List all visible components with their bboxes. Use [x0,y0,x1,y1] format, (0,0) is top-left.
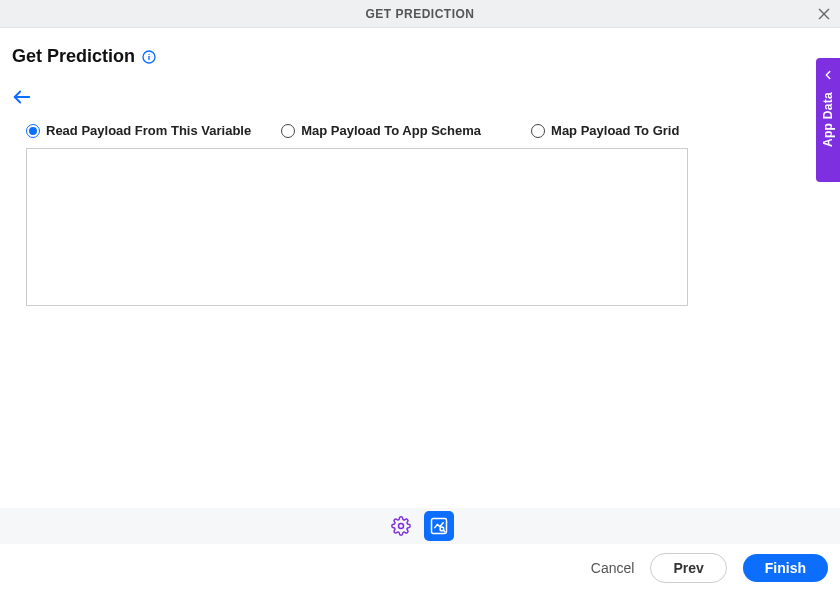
settings-button[interactable] [387,512,415,540]
radio-icon [281,124,295,138]
radio-map-payload-schema[interactable]: Map Payload To App Schema [281,123,481,138]
payload-textarea[interactable] [26,148,688,306]
back-button[interactable] [10,85,34,109]
header-title: GET PREDICTION [365,7,474,21]
gear-icon [391,516,411,536]
modal-root: GET PREDICTION Get Prediction Read Paylo… [0,0,840,592]
info-icon[interactable] [141,49,157,65]
chart-search-icon [429,516,449,536]
cancel-button[interactable]: Cancel [591,560,635,576]
svg-point-4 [148,53,149,54]
prediction-button[interactable] [425,512,453,540]
arrow-left-icon [11,86,33,108]
finish-button[interactable]: Finish [743,554,828,582]
header-bar: GET PREDICTION [0,0,840,28]
radio-read-payload-variable[interactable]: Read Payload From This Variable [26,123,251,138]
chevron-left-icon [821,68,835,86]
radio-map-payload-grid[interactable]: Map Payload To Grid [531,123,679,138]
title-row: Get Prediction [12,46,828,67]
page-title: Get Prediction [12,46,135,67]
close-icon [816,6,832,22]
radio-label: Map Payload To App Schema [301,123,481,138]
radio-icon [26,124,40,138]
radio-label: Read Payload From This Variable [46,123,251,138]
bottom-toolbar [0,508,840,544]
close-button[interactable] [814,4,834,24]
side-tab-label: App Data [821,92,835,147]
content-area: Get Prediction Read Payload From This Va… [0,28,840,508]
svg-point-6 [399,524,404,529]
radio-icon [531,124,545,138]
radio-group: Read Payload From This Variable Map Payl… [12,123,828,138]
prev-button[interactable]: Prev [650,553,726,583]
radio-label: Map Payload To Grid [551,123,679,138]
svg-line-9 [443,530,445,532]
footer-actions: Cancel Prev Finish [0,544,840,592]
side-tab-app-data[interactable]: App Data [816,58,840,182]
